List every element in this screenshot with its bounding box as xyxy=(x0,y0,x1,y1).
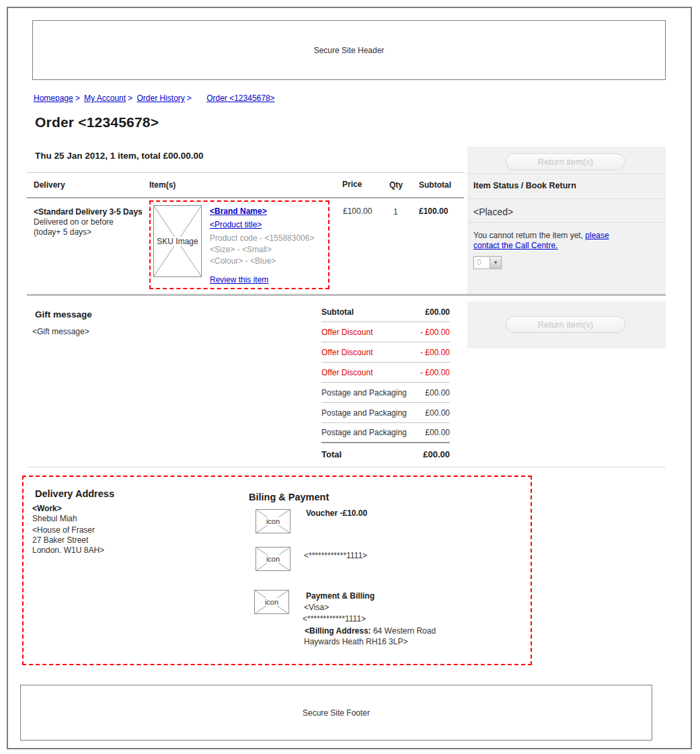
delivery-address-heading: Delivery Address xyxy=(35,488,114,499)
delivery-note-1: Delivered on or before xyxy=(34,217,147,227)
item-qty: 1 xyxy=(393,207,398,217)
delivery-method: <Standard Delivery 3-5 Days xyxy=(34,207,147,217)
voucher-icon: icon xyxy=(256,509,290,533)
gift-card-icon: icon xyxy=(256,547,290,571)
delivery-note-2: (today+ 5 days> xyxy=(34,227,147,237)
breadcrumb-order-history[interactable]: Order History xyxy=(137,93,184,103)
item-price: £100.00 xyxy=(343,206,372,216)
address-label: <Work> xyxy=(32,504,62,513)
review-item-link[interactable]: Review this item xyxy=(210,275,268,285)
divider xyxy=(27,467,666,467)
gift-message-value: <Gift message> xyxy=(32,327,89,336)
divider xyxy=(27,197,464,198)
breadcrumb-separator: > xyxy=(187,93,192,103)
totals-row-discount: Offer Discount- £00.00 xyxy=(321,322,450,342)
secure-site-header: Secure Site Header xyxy=(32,20,666,80)
sku-image-label: SKU Image xyxy=(155,237,199,246)
totals-row-total: Total£00.00 xyxy=(321,443,450,465)
divider xyxy=(467,198,666,199)
return-qty-dropdown[interactable]: 0 ▼ xyxy=(473,256,502,269)
card-type: <Visa> xyxy=(304,603,329,612)
breadcrumb-current-order[interactable]: Order <12345678> xyxy=(206,93,274,103)
sku-image-placeholder: SKU Image xyxy=(153,205,202,277)
return-items-button-2[interactable]: Return item(s) xyxy=(506,316,625,333)
status-panel-header: Item Status / Book Return xyxy=(473,181,576,190)
return-items-button[interactable]: Return item(s) xyxy=(506,153,625,170)
voucher-amount: Voucher -£10.00 xyxy=(306,508,367,518)
chevron-down-icon: ▼ xyxy=(490,257,501,268)
payment-card-icon: icon xyxy=(254,590,289,614)
item-status-panel: Return item(s) Item Status / Book Return… xyxy=(467,147,666,294)
divider xyxy=(467,222,666,223)
page-title: Order <12345678> xyxy=(35,114,159,130)
product-colour: <Colour> - <Blue> xyxy=(210,256,276,266)
address-line: 27 Baker Street xyxy=(32,535,88,545)
brand-name-link[interactable]: <Brand Name> xyxy=(210,206,267,216)
product-title-link[interactable]: <Product title> xyxy=(210,220,262,229)
column-header-qty: Qty xyxy=(389,180,403,190)
payment-billing-subheading: Payment & Billing xyxy=(306,591,375,601)
divider xyxy=(467,174,666,174)
totals-row-discount: Offer Discount- £00.00 xyxy=(321,363,450,383)
secure-site-footer: Secure Site Footer xyxy=(20,685,652,741)
product-size: <Size> - <Small> xyxy=(210,245,272,254)
breadcrumb-separator: > xyxy=(128,93,132,103)
return-panel-bottom: Return item(s) xyxy=(467,301,666,348)
totals-row-postage: Postage and Packaging£00.00 xyxy=(321,403,450,423)
breadcrumb: Homepage> My Account> Order History> Ord… xyxy=(34,93,275,103)
cannot-return-message: You cannot return the item yet, please c… xyxy=(473,231,633,251)
item-status-value: <Placed> xyxy=(473,206,513,217)
masked-card-number: <************1111> xyxy=(304,551,367,560)
totals-row-postage: Postage and Packaging£00.00 xyxy=(321,383,450,403)
divider xyxy=(27,172,464,173)
totals-row-postage: Postage and Packaging£00.00 xyxy=(321,423,450,443)
gift-message-heading: Gift message xyxy=(35,309,92,319)
column-header-items: Item(s) xyxy=(149,180,176,190)
icon-placeholder-label: icon xyxy=(265,555,281,563)
address-line: London. W1U 8AH> xyxy=(32,545,104,555)
column-header-subtotal: Subtotal xyxy=(419,180,451,190)
order-totals: Subtotal£00.00 Offer Discount- £00.00 Of… xyxy=(321,302,450,465)
breadcrumb-separator: > xyxy=(75,93,80,103)
breadcrumb-homepage[interactable]: Homepage xyxy=(34,93,73,103)
totals-row-subtotal: Subtotal£00.00 xyxy=(321,302,450,322)
billing-address-line-2: Haywards Heath RH16 3LP> xyxy=(304,637,407,646)
icon-placeholder-label: icon xyxy=(264,598,280,606)
billing-payment-heading: Biling & Payment xyxy=(249,492,329,502)
header-label: Secure Site Header xyxy=(314,46,385,55)
footer-label: Secure Site Footer xyxy=(303,708,370,718)
order-date-summary: Thu 25 Jan 2012, 1 item, total £00.00.00 xyxy=(35,151,204,161)
address-line: Shebul Miah xyxy=(32,514,77,523)
item-subtotal: £100.00 xyxy=(419,206,448,216)
icon-placeholder-label: icon xyxy=(265,517,281,525)
column-header-delivery: Delivery xyxy=(34,180,65,190)
divider xyxy=(27,294,666,296)
masked-card-number-2: <************1111> xyxy=(303,614,366,624)
breadcrumb-my-account[interactable]: My Account xyxy=(84,93,126,103)
column-header-price: Price xyxy=(342,180,362,189)
product-code: Product code - <155883006> xyxy=(210,233,314,243)
delivery-info: <Standard Delivery 3-5 Days Delivered on… xyxy=(34,207,147,237)
address-line: <House of Fraser xyxy=(32,525,95,535)
billing-address-line-1: <Billing Address: 64 Western Road xyxy=(305,626,436,636)
return-qty-value: 0 xyxy=(474,257,490,268)
totals-row-discount: Offer Discount- £00.00 xyxy=(321,342,450,363)
